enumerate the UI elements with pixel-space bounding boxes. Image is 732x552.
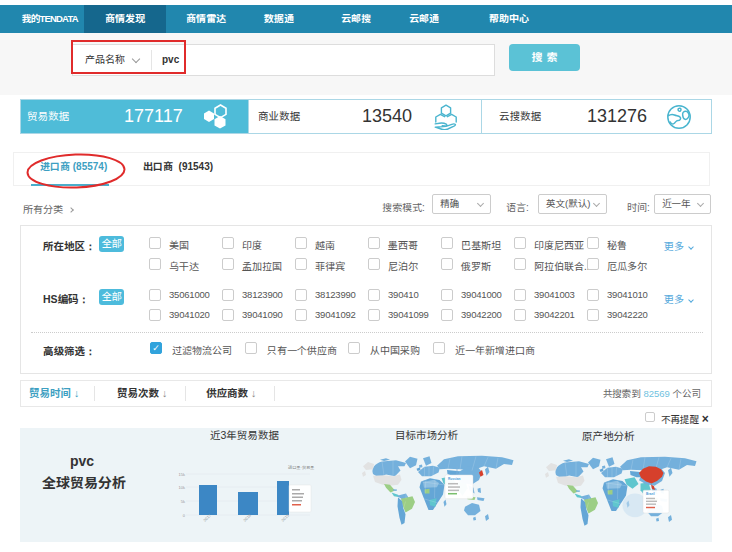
svg-text:5k: 5k xyxy=(181,499,185,504)
svg-text:15k: 15k xyxy=(179,472,185,477)
svg-text:0: 0 xyxy=(183,513,186,518)
svg-text:10k: 10k xyxy=(179,485,185,490)
svg-text:进口量·贸易量: 进口量·贸易量 xyxy=(288,465,315,470)
svg-text:Russian: Russian xyxy=(448,477,460,481)
svg-text:Brazil: Brazil xyxy=(646,492,655,496)
